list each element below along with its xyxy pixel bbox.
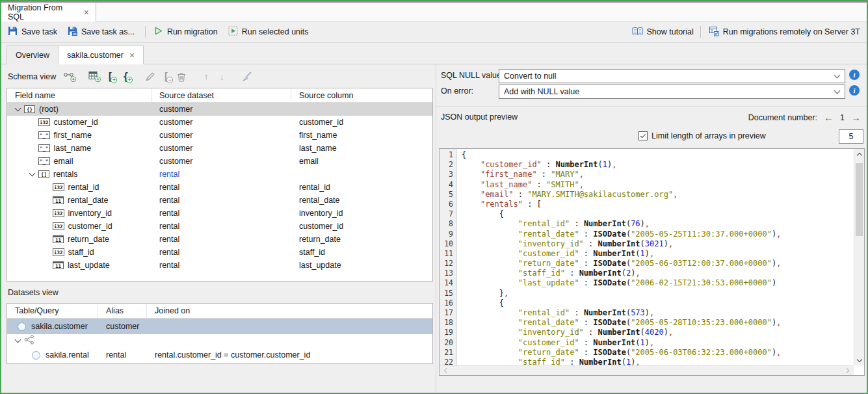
schema-field-row[interactable]: 11last_updaterentallast_update (7, 259, 432, 272)
source-column-cell: staff_id (291, 246, 432, 259)
schema-field-row[interactable]: i32staff_idrentalstaff_id (7, 246, 432, 259)
field-name-cell: 11last_update (7, 259, 151, 272)
source-dataset: rental (159, 261, 179, 270)
joined-on-cell (147, 334, 432, 347)
string-type-icon: "_" (38, 144, 50, 152)
run-icon (153, 26, 163, 38)
json-preview-editor: 12345678910111213141516171819202122 { "c… (439, 148, 865, 376)
schema-field-row[interactable]: "_"first_namecustomerfirst_name (7, 129, 432, 142)
info-icon[interactable]: i (849, 70, 860, 80)
field-name: staff_id (68, 248, 94, 257)
source-column: last_name (299, 144, 337, 153)
move-up-button[interactable]: ↑ (199, 70, 213, 83)
scroll-down-arrow-icon[interactable] (854, 355, 865, 365)
remove-field-button[interactable]: [− (159, 70, 173, 83)
on-error-select[interactable]: Add with NULL value (499, 85, 845, 99)
add-dataset-button[interactable] (87, 70, 101, 83)
save-task-button[interactable]: Save task (8, 26, 57, 38)
close-icon[interactable]: × (129, 51, 135, 59)
schema-field-row[interactable]: 11rental_daterentalrental_date (7, 194, 432, 207)
scroll-left-arrow-icon[interactable] (444, 368, 449, 373)
alias-cell: rental (98, 347, 147, 363)
alias-cell: customer (98, 319, 147, 334)
vertical-scrollbar-thumb[interactable] (856, 163, 863, 236)
schema-field-row[interactable]: []rentalsrental (7, 168, 432, 181)
column-header-table-query[interactable]: Table/Query (7, 304, 98, 318)
code-line: { (462, 150, 853, 160)
schema-field-row[interactable]: i32customer_idrentalcustomer_id (7, 220, 432, 233)
source-dataset-cell: rental (151, 220, 291, 233)
run-migration-button[interactable]: Run migration (153, 26, 218, 38)
vertical-scrollbar[interactable] (854, 149, 864, 365)
line-number: 2 (440, 160, 456, 170)
schema-field-row[interactable]: {}(root)customer (7, 103, 432, 116)
limit-arrays-input[interactable]: 5 (839, 129, 863, 144)
code-line: "inventory_id" : NumberInt(3021), (462, 239, 853, 249)
add-array-field-button[interactable]: [+ (103, 70, 117, 83)
source-column: email (299, 157, 319, 166)
line-number: 11 (440, 249, 456, 259)
schema-field-row[interactable]: i32rental_idrentalrental_id (7, 181, 432, 194)
tab-overview[interactable]: Overview (7, 46, 58, 64)
code-line: "return_date" : ISODate("2005-06-03T06:3… (462, 348, 853, 358)
source-column-cell: customer_id (291, 116, 432, 129)
column-header-alias[interactable]: Alias (98, 304, 147, 318)
schema-field-row[interactable]: "_"emailcustomeremail (7, 155, 432, 168)
move-down-button[interactable]: ↓ (215, 70, 229, 83)
json-output-preview-title: JSON output preview (441, 112, 518, 122)
line-number: 17 (440, 308, 456, 318)
expand-collapse-icon[interactable] (11, 339, 24, 342)
line-number-gutter: 12345678910111213141516171819202122 (440, 149, 457, 365)
scroll-up-arrow-icon[interactable] (854, 149, 865, 159)
column-header-source-dataset[interactable]: Source dataset (151, 88, 291, 102)
edit-field-button[interactable] (143, 70, 157, 83)
json-code-area[interactable]: { "customer_id" : NumberInt(1), "first_n… (458, 149, 853, 365)
tab-sakila-customer[interactable]: sakila.customer × (58, 46, 144, 64)
column-header-source-column[interactable]: Source column (291, 88, 432, 102)
expand-collapse-icon[interactable] (11, 108, 24, 111)
array-type-icon: [] (38, 170, 49, 178)
code-line: "return_date" : ISODate("2005-06-03T12:0… (462, 259, 853, 269)
sql-null-values-select[interactable]: Convert to null (499, 69, 845, 83)
previous-document-arrow[interactable]: ← (824, 112, 834, 123)
field-name-cell: i32staff_id (7, 246, 151, 259)
show-tutorial-button[interactable]: Show tutorial (632, 27, 694, 38)
source-column-cell: first_name (291, 129, 432, 142)
dataset-row[interactable]: sakila.customercustomer (7, 319, 432, 334)
add-join-button[interactable] (62, 70, 77, 83)
schema-field-row[interactable]: i32inventory_idrentalinventory_id (7, 207, 432, 220)
add-object-field-button[interactable]: {+ (118, 70, 133, 83)
source-column: rental_date (299, 196, 340, 205)
expand-collapse-icon[interactable] (25, 173, 38, 176)
limit-arrays-checkbox[interactable] (638, 131, 648, 140)
run-remote-button[interactable]: Run migrations remotely on Server 3T (709, 26, 860, 38)
dataset-row[interactable]: sakila.rentalrentalrental.customer_id = … (7, 347, 432, 363)
horizontal-scrollbar[interactable] (440, 365, 854, 375)
info-icon[interactable]: i (849, 85, 860, 96)
source-dataset: customer (159, 144, 192, 153)
field-name: rental_id (68, 183, 99, 192)
column-header-joined-on[interactable]: Joined on (147, 304, 432, 318)
next-document-arrow[interactable]: → (851, 112, 861, 123)
close-icon[interactable]: × (84, 8, 89, 16)
app-window: Migration From SQL × Save task ab Save t… (0, 0, 868, 394)
code-line: "staff_id" : NumberInt(2), (462, 269, 853, 278)
source-column: customer_id (299, 222, 343, 231)
table-query-name: sakila.rental (46, 350, 89, 360)
schema-field-row[interactable]: "_"last_namecustomerlast_name (7, 142, 432, 155)
tab-migration-from-sql[interactable]: Migration From SQL × (1, 3, 96, 21)
clean-schema-button[interactable] (239, 70, 254, 83)
run-selected-units-button[interactable]: Run selected units (228, 26, 309, 38)
save-as-icon: ab (68, 26, 77, 38)
field-name-cell: i32customer_id (7, 220, 151, 233)
delete-button[interactable] (174, 70, 189, 83)
scroll-right-arrow-icon[interactable] (844, 368, 849, 373)
schema-field-row[interactable]: 11return_daterentalreturn_date (7, 233, 432, 246)
join-row[interactable] (7, 334, 432, 347)
column-header-field-name[interactable]: Field name (7, 88, 151, 102)
line-number: 5 (440, 190, 456, 200)
source-dataset: rental (159, 196, 179, 205)
schema-field-row[interactable]: i32customer_idcustomercustomer_id (7, 116, 432, 129)
date-type-icon: 11 (53, 235, 64, 243)
save-task-as-button[interactable]: ab Save task as... (68, 26, 135, 38)
